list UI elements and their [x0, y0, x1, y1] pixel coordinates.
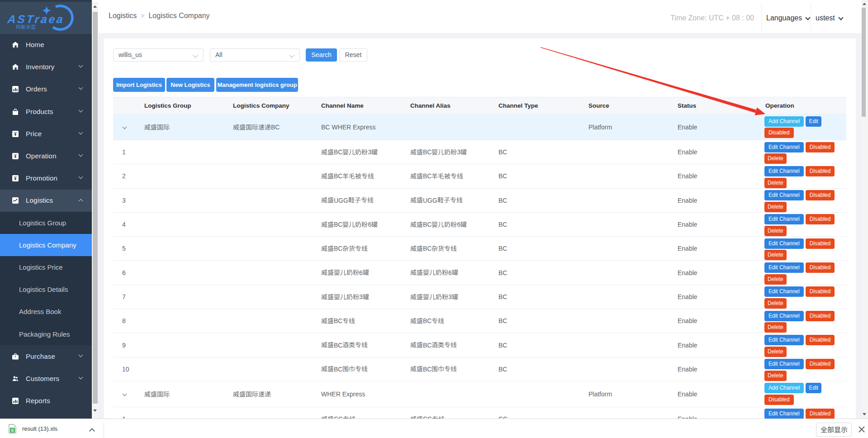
svg-text:ASTraea: ASTraea [7, 13, 65, 25]
